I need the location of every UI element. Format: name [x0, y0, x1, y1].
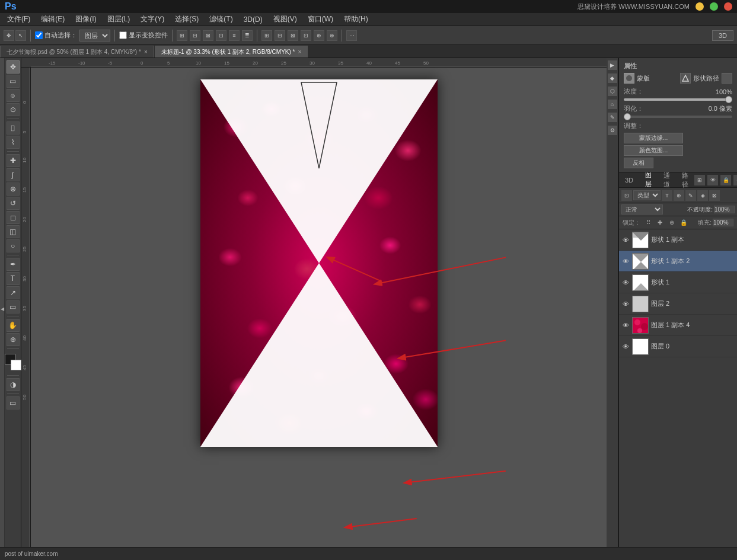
clone-tool[interactable]: ⊕: [7, 183, 20, 196]
mask-pixel-icon[interactable]: [624, 73, 634, 84]
path-select-tool[interactable]: ↗: [7, 286, 20, 299]
layer-item-layer2[interactable]: 👁 图层 2: [619, 293, 737, 315]
layer-item-layer0[interactable]: 👁 图层 0: [619, 336, 737, 357]
density-slider-thumb[interactable]: [725, 96, 732, 103]
align-center-icon[interactable]: ⊟: [190, 30, 200, 41]
tab-untitled[interactable]: 未标题-1 @ 33.3% (形状 1 副本 2, RGB/8/CMYK) * …: [155, 46, 308, 57]
layer-icon-4[interactable]: ⊕: [733, 175, 737, 185]
dodge-tool[interactable]: ○: [7, 239, 20, 252]
layer-eye-1[interactable]: 👁: [621, 236, 630, 244]
menu-item-文字Y[interactable]: 文字(Y): [136, 13, 169, 25]
dist-v-icon[interactable]: ⊗: [327, 30, 337, 41]
quick-mask-tool[interactable]: ◑: [7, 378, 20, 391]
blend-mode-select[interactable]: 正常: [621, 204, 663, 215]
tab-3d[interactable]: 3D: [619, 174, 639, 186]
menu-item-窗口W[interactable]: 窗口(W): [303, 13, 338, 25]
opacity-input[interactable]: [714, 206, 735, 213]
menu-item-文件F[interactable]: 文件(F): [2, 13, 35, 25]
side-icon-5[interactable]: ✎: [608, 113, 617, 122]
move-tool[interactable]: ✥: [7, 60, 20, 73]
3d-mode-btn[interactable]: 3D: [712, 30, 733, 41]
marquee-tool[interactable]: ▭: [7, 75, 20, 88]
align-v2-icon[interactable]: ⊡: [301, 30, 311, 41]
tab-qixi-close[interactable]: ×: [144, 49, 148, 55]
density-slider-track[interactable]: [624, 98, 732, 101]
minimize-btn[interactable]: [695, 2, 704, 11]
side-icon-4[interactable]: ⌂: [608, 100, 617, 109]
color-range-btn[interactable]: 颜色范围...: [624, 145, 683, 156]
layer-icon-1[interactable]: ⊞: [694, 175, 705, 185]
layer-eye-4[interactable]: 👁: [621, 300, 630, 308]
background-color[interactable]: [11, 360, 21, 370]
move-tool-icon[interactable]: ✥: [4, 30, 14, 41]
history-brush[interactable]: ↺: [7, 197, 20, 210]
fill-input[interactable]: [713, 219, 733, 226]
extra-tool-icon[interactable]: ⋯: [346, 30, 357, 41]
layer-item-layer1-copy4[interactable]: 👁 图层 1 副本 4: [619, 315, 737, 336]
eyedropper-tool[interactable]: ⌇: [7, 136, 20, 149]
align-right-icon[interactable]: ⊠: [203, 30, 213, 41]
lasso-tool[interactable]: ⌾: [7, 89, 20, 102]
gradient-tool[interactable]: ◫: [7, 225, 20, 238]
align-v-icon[interactable]: ⊟: [275, 30, 285, 41]
layer-item-shape1-copy2[interactable]: 👁 形状 1 副本 2: [619, 251, 737, 272]
align-h2-icon[interactable]: ⊠: [288, 30, 298, 41]
filter-icon5[interactable]: ◈: [697, 190, 708, 201]
layer-eye-6[interactable]: 👁: [621, 343, 630, 351]
distribute-icon[interactable]: ≡: [229, 30, 240, 41]
layer-item-shape1-copy[interactable]: 👁 形状 1 副本: [619, 229, 737, 251]
align-top-icon[interactable]: ⊡: [216, 30, 226, 41]
side-icon-3[interactable]: ⬡: [608, 87, 617, 96]
menu-item-选择S[interactable]: 选择(S): [170, 13, 203, 25]
pen-tool[interactable]: ✒: [7, 258, 20, 271]
menu-item-滤镜T[interactable]: 滤镜(T): [205, 13, 237, 25]
feather-slider-track[interactable]: [624, 116, 732, 118]
filter-icon2[interactable]: T: [662, 190, 672, 201]
layer-eye-5[interactable]: 👁: [621, 321, 630, 329]
layer-eye-3[interactable]: 👁: [621, 279, 630, 287]
quick-select-tool[interactable]: ⊙: [7, 103, 20, 116]
hand-tool[interactable]: ✋: [7, 319, 20, 332]
menu-item-图像I[interactable]: 图像(I): [71, 13, 101, 25]
menu-item-3DD[interactable]: 3D(D): [239, 14, 267, 25]
show-transform-checkbox[interactable]: [119, 31, 127, 39]
crop-tool[interactable]: ⌷: [7, 121, 20, 135]
mask-edge-btn[interactable]: 蒙版边缘...: [624, 133, 683, 143]
filter-icon4[interactable]: ✎: [685, 190, 696, 201]
layer-eye-2[interactable]: 👁: [621, 257, 630, 265]
auto-select-checkbox[interactable]: [35, 31, 43, 39]
color-picker[interactable]: [5, 354, 21, 370]
tab-qixi[interactable]: 七夕节海报.psd @ 50% (图层 1 副本 4, CMYK/8*) * ×: [0, 46, 154, 57]
text-tool[interactable]: T: [7, 272, 20, 285]
shape-path-icon[interactable]: [680, 73, 691, 84]
side-icon-1[interactable]: ▶: [608, 60, 617, 70]
menu-item-图层L[interactable]: 图层(L): [103, 13, 135, 25]
arrow-tool-icon[interactable]: ↖: [15, 30, 26, 41]
screen-mode-tool[interactable]: ▭: [7, 396, 20, 409]
lock-pixel-icon[interactable]: ⠿: [644, 219, 652, 227]
collapse-arrow[interactable]: ◀: [1, 306, 4, 312]
brush-tool[interactable]: ∫: [7, 168, 20, 181]
menu-item-帮助H[interactable]: 帮助(H): [339, 13, 373, 25]
maximize-btn[interactable]: [710, 2, 718, 11]
feather-slider-thumb[interactable]: [624, 113, 631, 120]
filter-type-icon[interactable]: ⊡: [621, 190, 632, 201]
lock-all-icon[interactable]: 🔒: [679, 219, 688, 227]
invert-btn[interactable]: 反相: [624, 158, 653, 168]
side-icon-2[interactable]: ◆: [608, 73, 617, 83]
lock-position-icon[interactable]: ✚: [656, 219, 664, 227]
distribute2-icon[interactable]: ≣: [242, 30, 253, 41]
healing-tool[interactable]: ✚: [7, 154, 20, 167]
layer-item-shape1[interactable]: 👁 形状 1: [619, 272, 737, 293]
close-btn[interactable]: [724, 2, 732, 11]
layer-select[interactable]: 图层 组: [79, 30, 110, 41]
layer-icon-2[interactable]: 👁: [707, 175, 718, 185]
menu-item-编辑E[interactable]: 编辑(E): [36, 13, 69, 25]
align-left-icon[interactable]: ⊞: [177, 30, 187, 41]
side-icon-6[interactable]: ⚙: [608, 126, 617, 135]
eraser-tool[interactable]: ◻: [7, 211, 20, 224]
shape-path-icon2[interactable]: [722, 73, 732, 84]
shape-tool[interactable]: ▭: [7, 300, 20, 313]
tab-untitled-close[interactable]: ×: [298, 49, 301, 55]
type-filter-select[interactable]: 类型: [633, 190, 661, 200]
